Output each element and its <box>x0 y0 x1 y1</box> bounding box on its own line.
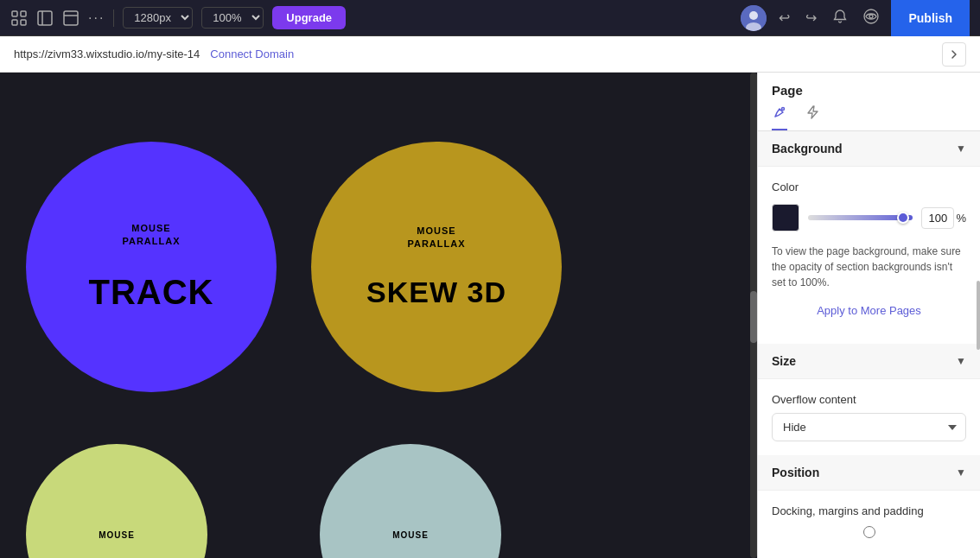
panel-scroll-indicator[interactable] <box>977 281 980 350</box>
position-section-content: Docking, margins and padding <box>758 491 980 558</box>
circle-purple-title: TRACK <box>89 273 214 312</box>
canvas-content: MOUSEPARALLAX TRACK MOUSEPARALLAX SKEW 3… <box>0 73 757 558</box>
circle-purple[interactable]: MOUSEPARALLAX TRACK <box>26 142 277 392</box>
topbar-right: ↩ ↪ Publish <box>741 0 970 36</box>
svg-rect-0 <box>12 11 17 16</box>
publish-button[interactable]: Publish <box>891 0 970 36</box>
circle-gold[interactable]: MOUSEPARALLAX SKEW 3D <box>311 142 562 392</box>
size-section-header[interactable]: Size ▼ <box>758 344 980 379</box>
circle-teal-label: MOUSE <box>392 529 429 541</box>
panel-tabs <box>758 98 980 131</box>
opacity-slider-thumb[interactable] <box>897 212 909 224</box>
svg-rect-4 <box>38 11 52 25</box>
position-chevron-icon: ▼ <box>956 466 966 479</box>
canvas-scrollbar[interactable] <box>750 73 757 558</box>
connect-domain-link[interactable]: Connect Domain <box>210 48 294 60</box>
circle-green-label: MOUSE <box>99 529 135 541</box>
color-swatch[interactable] <box>772 204 799 231</box>
panels-icon[interactable] <box>36 10 54 27</box>
circle-purple-label: MOUSEPARALLAX <box>122 222 180 247</box>
notifications-button[interactable] <box>829 5 851 31</box>
tab-design[interactable] <box>772 105 787 130</box>
circle-green[interactable]: MOUSE <box>26 444 207 558</box>
undo-button[interactable]: ↩ <box>775 6 793 29</box>
size-chevron-icon: ▼ <box>956 355 966 367</box>
opacity-slider[interactable] <box>808 215 913 220</box>
svg-point-9 <box>749 11 758 20</box>
svg-point-12 <box>869 15 873 18</box>
main-layout: MOUSEPARALLAX TRACK MOUSEPARALLAX SKEW 3… <box>0 73 980 558</box>
docking-label: Docking, margins and padding <box>772 504 966 517</box>
position-section-header[interactable]: Position ▼ <box>758 455 980 491</box>
opacity-input-wrap: 100 % <box>921 207 966 229</box>
circle-gold-label: MOUSEPARALLAX <box>407 225 465 250</box>
background-section-content: Color 100 % To view the page background,… <box>758 167 980 344</box>
topbar-left: ··· 1280px 100% Upgrade <box>10 6 346 29</box>
panel-title: Page <box>758 73 980 98</box>
tab-lightning[interactable] <box>805 105 820 130</box>
background-chevron-icon: ▼ <box>956 143 966 155</box>
urlbar: https://zivm33.wixstudio.io/my-site-14 C… <box>0 36 980 73</box>
svg-rect-6 <box>64 11 78 25</box>
topbar: ··· 1280px 100% Upgrade ↩ ↪ Publish <box>0 0 980 36</box>
opacity-percent-label: % <box>956 212 966 225</box>
size-section-content: Overflow content Hide Show Scroll <box>758 379 980 455</box>
svg-point-13 <box>782 108 785 111</box>
grid-icon[interactable] <box>10 10 28 27</box>
url-text: https://zivm33.wixstudio.io/my-site-14 <box>14 48 200 60</box>
collapse-panel-button[interactable] <box>942 42 966 67</box>
svg-rect-3 <box>21 20 26 25</box>
separator <box>113 10 114 27</box>
circle-gold-title: SKEW 3D <box>366 276 506 309</box>
svg-rect-2 <box>12 20 17 25</box>
canvas-scrollbar-thumb[interactable] <box>750 291 757 343</box>
more-options-button[interactable]: ··· <box>88 10 105 26</box>
background-section-header[interactable]: Background ▼ <box>758 131 980 167</box>
redo-button[interactable]: ↪ <box>802 6 820 29</box>
zoom-select[interactable]: 100% <box>201 7 264 29</box>
size-section-title: Size <box>772 354 796 368</box>
overflow-label: Overflow content <box>772 393 966 406</box>
avatar[interactable] <box>741 5 767 31</box>
panel-body: Background ▼ Color 100 % To view the pa <box>758 131 980 558</box>
right-panel: Page Background ▼ Color <box>757 73 980 558</box>
resolution-select[interactable]: 1280px <box>123 7 193 29</box>
preview-button[interactable] <box>860 5 882 31</box>
background-section-title: Background <box>772 142 843 155</box>
color-row: 100 % <box>772 204 966 231</box>
apply-link-wrap: Apply to More Pages <box>772 302 966 318</box>
upgrade-button[interactable]: Upgrade <box>272 6 346 29</box>
opacity-input[interactable]: 100 <box>921 207 954 229</box>
position-section-title: Position <box>772 466 819 479</box>
svg-rect-1 <box>21 11 26 16</box>
apply-to-more-pages-link[interactable]: Apply to More Pages <box>817 304 921 317</box>
circle-teal[interactable]: MOUSE <box>320 444 501 558</box>
sidebar-icon[interactable] <box>62 10 80 27</box>
docking-radio[interactable] <box>863 526 875 538</box>
background-info-text: To view the page background, make sure t… <box>772 244 966 290</box>
canvas[interactable]: MOUSEPARALLAX TRACK MOUSEPARALLAX SKEW 3… <box>0 73 757 558</box>
docking-radio-wrap <box>772 526 966 538</box>
overflow-select[interactable]: Hide Show Scroll <box>772 413 966 441</box>
color-label: Color <box>772 181 966 193</box>
